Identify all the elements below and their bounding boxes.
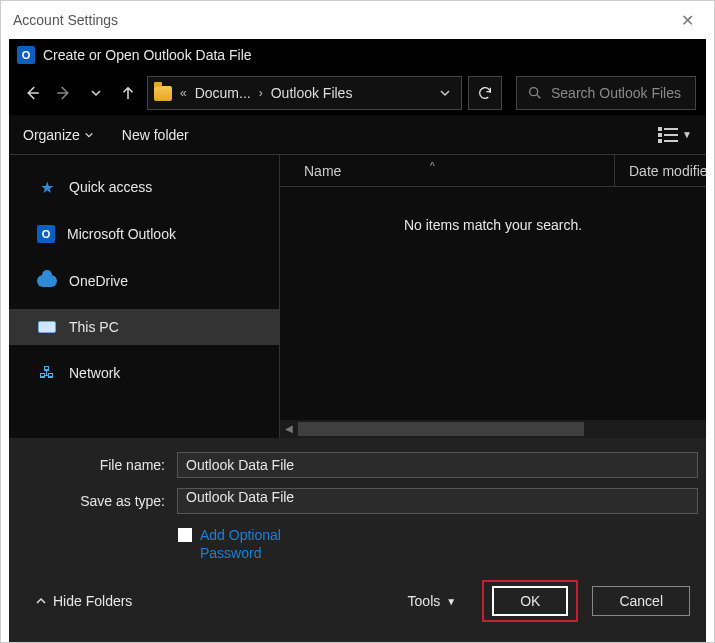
outer-titlebar: Account Settings ✕ <box>1 1 714 39</box>
file-list: Name ^ Date modified No items match your… <box>279 155 706 438</box>
scroll-thumb[interactable] <box>298 422 584 436</box>
sort-asc-icon: ^ <box>430 161 435 172</box>
outer-title-text: Account Settings <box>13 12 118 28</box>
search-icon <box>527 85 543 101</box>
organize-button[interactable]: Organize <box>23 127 94 143</box>
sidebar-item-quick-access[interactable]: ★ Quick access <box>9 169 279 205</box>
search-input[interactable]: Search Outlook Files <box>516 76 696 110</box>
filename-input[interactable] <box>177 452 698 478</box>
sidebar-item-label: Quick access <box>69 179 152 195</box>
sidebar-item-label: Network <box>69 365 120 381</box>
column-name[interactable]: Name ^ <box>280 155 615 186</box>
add-password-link[interactable]: Add Optional Password <box>200 526 281 562</box>
address-dropdown-icon[interactable] <box>439 87 455 99</box>
star-icon: ★ <box>37 179 57 195</box>
sidebar-item-this-pc[interactable]: This PC <box>9 309 279 345</box>
close-icon[interactable]: ✕ <box>673 7 702 34</box>
new-folder-button[interactable]: New folder <box>122 127 189 143</box>
sidebar-item-label: OneDrive <box>69 273 128 289</box>
chevron-up-icon <box>35 595 47 607</box>
chevron-down-icon: ▼ <box>682 129 692 140</box>
svg-rect-6 <box>664 140 678 142</box>
chevron-left-icon: « <box>178 86 189 100</box>
refresh-icon[interactable] <box>468 76 502 110</box>
account-settings-window: Account Settings ✕ O Create or Open Outl… <box>0 0 715 643</box>
outlook-icon: O <box>37 225 55 243</box>
sidebar-item-onedrive[interactable]: OneDrive <box>9 263 279 299</box>
column-date[interactable]: Date modified <box>615 163 706 179</box>
savetype-label: Save as type: <box>17 493 169 509</box>
hide-folders-button[interactable]: Hide Folders <box>35 593 132 609</box>
chevron-down-icon <box>84 130 94 140</box>
view-menu-button[interactable]: ▼ <box>658 127 692 143</box>
sidebar-item-label: This PC <box>69 319 119 335</box>
cancel-button[interactable]: Cancel <box>592 586 690 616</box>
chevron-down-icon: ▼ <box>446 596 456 607</box>
folder-icon <box>154 86 172 101</box>
tools-button[interactable]: Tools ▼ <box>408 593 457 609</box>
scroll-left-icon[interactable]: ◀ <box>280 420 298 438</box>
sidebar-item-outlook[interactable]: O Microsoft Outlook <box>9 215 279 253</box>
breadcrumb-item[interactable]: Outlook Files <box>271 85 353 101</box>
svg-rect-5 <box>658 139 662 143</box>
svg-rect-2 <box>664 128 678 130</box>
horizontal-scrollbar[interactable]: ◀ <box>280 420 706 438</box>
tools-label: Tools <box>408 593 441 609</box>
cloud-icon <box>37 275 57 287</box>
body: ★ Quick access O Microsoft Outlook OneDr… <box>9 155 706 438</box>
hide-folders-label: Hide Folders <box>53 593 132 609</box>
pc-icon <box>38 321 56 333</box>
nav-row: « Docum... › Outlook Files Search Outloo… <box>9 71 706 115</box>
scroll-track[interactable] <box>298 422 706 436</box>
outlook-app-icon: O <box>17 46 35 64</box>
filename-field[interactable] <box>186 453 689 477</box>
column-date-label: Date modified <box>629 163 706 179</box>
add-password-checkbox[interactable] <box>178 528 192 542</box>
savetype-value: Outlook Data File <box>186 489 294 505</box>
breadcrumb-item[interactable]: Docum... <box>195 85 251 101</box>
empty-message: No items match your search. <box>280 187 706 420</box>
column-name-label: Name <box>304 163 341 179</box>
form-area: File name: Save as type: Outlook Data Fi… <box>9 438 706 642</box>
network-icon: 🖧 <box>37 365 57 381</box>
sidebar-item-label: Microsoft Outlook <box>67 226 176 242</box>
svg-rect-3 <box>658 133 662 137</box>
filename-label: File name: <box>17 457 169 473</box>
file-dialog-window: O Create or Open Outlook Data File « Doc… <box>9 39 706 642</box>
svg-point-0 <box>530 88 538 96</box>
savetype-select[interactable]: Outlook Data File <box>177 488 698 514</box>
svg-rect-4 <box>664 134 678 136</box>
history-dropdown-icon[interactable] <box>83 80 109 106</box>
organize-label: Organize <box>23 127 80 143</box>
column-headers: Name ^ Date modified <box>280 155 706 187</box>
forward-icon[interactable] <box>51 80 77 106</box>
svg-rect-1 <box>658 127 662 131</box>
details-view-icon <box>658 127 678 143</box>
toolbar: Organize New folder ▼ <box>9 115 706 155</box>
up-icon[interactable] <box>115 80 141 106</box>
address-bar[interactable]: « Docum... › Outlook Files <box>147 76 462 110</box>
inner-titlebar: O Create or Open Outlook Data File <box>9 39 706 71</box>
chevron-right-icon: › <box>257 86 265 100</box>
ok-highlight: OK <box>482 580 578 622</box>
ok-button[interactable]: OK <box>492 586 568 616</box>
back-icon[interactable] <box>19 80 45 106</box>
bottom-bar: Hide Folders Tools ▼ OK Cancel <box>17 572 698 632</box>
dialog-title-text: Create or Open Outlook Data File <box>43 47 252 63</box>
sidebar: ★ Quick access O Microsoft Outlook OneDr… <box>9 155 279 438</box>
search-placeholder: Search Outlook Files <box>551 85 681 101</box>
sidebar-item-network[interactable]: 🖧 Network <box>9 355 279 391</box>
